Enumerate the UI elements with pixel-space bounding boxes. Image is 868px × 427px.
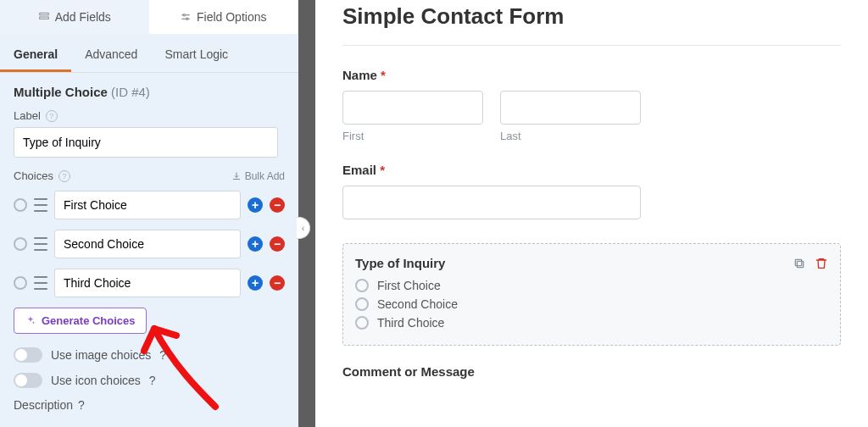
svg-point-4: [183, 14, 185, 16]
option-label: Third Choice: [377, 316, 444, 330]
help-icon[interactable]: ?: [78, 398, 85, 412]
inquiry-title: Type of Inquiry: [355, 256, 445, 270]
svg-point-5: [186, 18, 188, 19]
selected-field-header: Type of Inquiry: [355, 256, 828, 270]
choice-input[interactable]: [54, 269, 241, 297]
description-row: Description ?: [14, 398, 285, 412]
remove-choice-button[interactable]: −: [270, 236, 285, 252]
comment-label: Comment or Message: [342, 364, 841, 379]
generate-choices-label: Generate Choices: [42, 314, 136, 327]
add-choice-button[interactable]: +: [248, 236, 263, 252]
help-icon[interactable]: ?: [149, 374, 156, 387]
first-name-col: First: [342, 91, 483, 142]
choice-default-radio[interactable]: [14, 276, 27, 290]
generate-choices-button[interactable]: Generate Choices: [14, 308, 147, 334]
subtab-general[interactable]: General: [0, 39, 71, 72]
option-row[interactable]: Second Choice: [355, 297, 828, 311]
add-choice-button[interactable]: +: [248, 275, 263, 291]
choices-header: Choices ? Bulk Add: [14, 169, 285, 182]
field-id: (ID #4): [111, 85, 150, 99]
field-type-name: Multiple Choice: [14, 85, 108, 99]
label-row: Label ?: [14, 109, 285, 122]
choice-default-radio[interactable]: [14, 198, 27, 212]
option-label: First Choice: [377, 279, 441, 292]
toggle-icon-choices-row: Use icon choices ?: [14, 373, 285, 388]
toggle-image-choices[interactable]: [14, 347, 42, 363]
drag-handle-icon[interactable]: [34, 237, 47, 251]
fields-icon: [38, 11, 50, 23]
option-row[interactable]: Third Choice: [355, 316, 828, 330]
tab-field-options[interactable]: Field Options: [149, 0, 299, 34]
name-label: Name *: [342, 68, 841, 82]
svg-rect-0: [39, 13, 48, 14]
description-label: Description: [14, 398, 73, 412]
duplicate-icon[interactable]: [793, 257, 806, 270]
name-row: First Last: [342, 91, 841, 142]
email-input[interactable]: [342, 186, 641, 219]
last-name-sublabel: Last: [500, 130, 641, 142]
tab-add-fields[interactable]: Add Fields: [0, 0, 149, 34]
option-radio[interactable]: [355, 316, 369, 330]
help-icon[interactable]: ?: [58, 170, 70, 182]
choice-default-radio[interactable]: [14, 237, 27, 251]
subtab-advanced[interactable]: Advanced: [71, 39, 151, 72]
drag-handle-icon[interactable]: [34, 198, 47, 212]
selected-field-inquiry[interactable]: Type of Inquiry First Choice Second Choi…: [342, 243, 841, 346]
toggle-image-choices-row: Use image choices ?: [14, 347, 285, 363]
sparkle-icon: [25, 315, 36, 327]
tab-field-options-label: Field Options: [197, 10, 266, 24]
sliders-icon: [180, 11, 192, 23]
tab-add-fields-label: Add Fields: [55, 10, 111, 24]
option-radio[interactable]: [355, 297, 369, 311]
last-name-col: Last: [500, 91, 641, 142]
field-title: Multiple Choice (ID #4): [14, 85, 285, 99]
option-radio[interactable]: [355, 279, 369, 292]
field-options-panel: Multiple Choice (ID #4) Label ? Choices …: [0, 73, 298, 412]
drag-handle-icon[interactable]: [34, 276, 47, 290]
bulk-add-label: Bulk Add: [245, 170, 285, 182]
first-name-sublabel: First: [342, 130, 483, 142]
toggle-icon-choices[interactable]: [14, 373, 42, 388]
help-icon[interactable]: ?: [159, 348, 166, 362]
choice-row: + −: [14, 191, 285, 219]
subtab-smart-logic[interactable]: Smart Logic: [151, 39, 242, 72]
required-asterisk: *: [381, 68, 386, 82]
selected-field-actions: [793, 257, 828, 270]
toggle-image-choices-label: Use image choices: [51, 348, 151, 362]
help-icon[interactable]: ?: [46, 110, 58, 122]
choice-input[interactable]: [54, 230, 241, 258]
svg-rect-1: [39, 17, 48, 19]
sidebar-sub-tabs: General Advanced Smart Logic: [0, 34, 298, 73]
choice-row: + −: [14, 230, 285, 258]
choice-input[interactable]: [54, 191, 241, 219]
divider: [342, 45, 841, 46]
label-label: Label: [14, 109, 41, 122]
first-name-input[interactable]: [342, 91, 483, 125]
add-choice-button[interactable]: +: [248, 197, 263, 213]
sidebar-top-tabs: Add Fields Field Options: [0, 0, 298, 34]
last-name-input[interactable]: [500, 91, 641, 125]
choices-label: Choices: [14, 169, 53, 182]
email-label: Email *: [342, 163, 841, 177]
email-row: [342, 186, 841, 219]
trash-icon[interactable]: [815, 257, 828, 270]
svg-rect-6: [797, 261, 803, 267]
remove-choice-button[interactable]: −: [270, 275, 285, 291]
form-title: Simple Contact Form: [342, 3, 841, 30]
required-asterisk: *: [380, 163, 385, 177]
download-icon: [231, 171, 242, 181]
bulk-add-link[interactable]: Bulk Add: [231, 170, 285, 182]
option-row[interactable]: First Choice: [355, 279, 828, 292]
choice-row: + −: [14, 269, 285, 297]
svg-rect-7: [795, 259, 801, 265]
sidebar: Add Fields Field Options General Advance…: [0, 0, 298, 427]
label-input[interactable]: [14, 127, 278, 158]
toggle-icon-choices-label: Use icon choices: [51, 374, 141, 387]
form-preview: Simple Contact Form Name * First Last Em…: [315, 0, 868, 427]
gutter: [298, 0, 315, 427]
remove-choice-button[interactable]: −: [270, 197, 285, 213]
option-label: Second Choice: [377, 297, 458, 311]
